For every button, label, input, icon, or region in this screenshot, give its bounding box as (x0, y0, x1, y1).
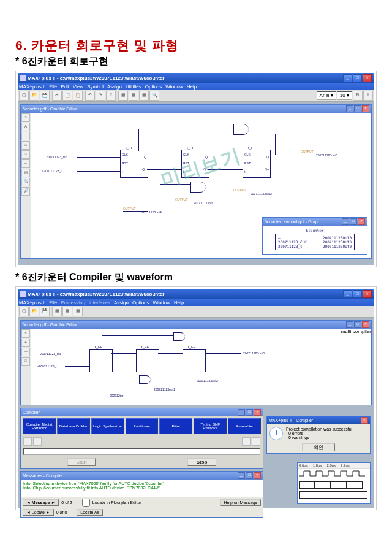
messages-close-button[interactable]: × (254, 472, 261, 479)
tool-redo-icon[interactable]: ↷ (96, 91, 105, 101)
menu-symbol[interactable]: Symbol (87, 84, 104, 90)
compiler-stages: Compiler Netlist Extractor Database Buil… (21, 416, 263, 436)
stage-fitter[interactable]: Fitter (159, 418, 192, 434)
locate-floorplan-check[interactable] (82, 499, 90, 507)
tool-paste-icon[interactable]: 📋 (73, 91, 83, 101)
messages-max-button[interactable]: □ (246, 472, 253, 479)
tool-a-icon[interactable]: ▦ (118, 91, 128, 101)
palette-grid-icon[interactable]: ⊞ (21, 169, 30, 177)
editor2-close-button[interactable]: × (362, 321, 369, 328)
menu-help[interactable]: Help (187, 84, 197, 90)
menu-edit[interactable]: Edit (61, 84, 69, 90)
editor2-max-button[interactable]: □ (354, 321, 361, 328)
compiler-close-button[interactable]: × (254, 409, 261, 416)
minimize-button-2[interactable]: _ (343, 290, 352, 298)
palette-zoomout-icon[interactable]: 🔎 (21, 187, 30, 196)
stage-timing[interactable]: Timing SNF Extractor (194, 418, 227, 434)
stage-logic[interactable]: Logic Synthesizer (91, 418, 124, 434)
tool-b-icon[interactable]: ▦ (129, 91, 138, 101)
editor-title: 6counter.gdf - Graphic Editor (23, 107, 78, 111)
tool-c-icon[interactable]: ▦ (139, 91, 149, 101)
menu2-help[interactable]: Help (174, 300, 184, 305)
menu-options[interactable]: Options (145, 84, 162, 90)
tool2-new-icon[interactable]: ▢ (19, 307, 29, 316)
menu2-assign[interactable]: Assign (114, 300, 129, 305)
close-button[interactable]: × (363, 74, 372, 82)
pal2-1-icon[interactable]: ↖ (21, 329, 30, 338)
symbol-close-button[interactable]: × (358, 218, 365, 225)
tool-zoom-icon[interactable]: 🔍 (149, 91, 159, 101)
compiler-min-button[interactable]: _ (238, 409, 245, 416)
palette-rect-icon[interactable]: □ (21, 141, 30, 150)
editor-max-button[interactable]: □ (354, 105, 361, 112)
symbol-max-button[interactable]: □ (350, 218, 357, 225)
pal2-3-icon[interactable]: — (21, 348, 30, 356)
tool2-a-icon[interactable]: ▦ (52, 307, 62, 316)
tool-help-icon[interactable]: ? (106, 91, 116, 101)
tool2-open-icon[interactable]: 📂 (29, 307, 39, 316)
tool-copy-icon[interactable]: 📋 (62, 91, 72, 101)
help-on-message-button[interactable]: Help on Message (221, 499, 261, 506)
symbol-min-button[interactable]: _ (342, 218, 349, 225)
editor-close-button[interactable]: × (362, 105, 369, 112)
palette-line-icon[interactable]: — (21, 132, 30, 140)
stage-database[interactable]: Database Builder (57, 418, 90, 434)
message-nav-button[interactable]: ◄ Message ► (23, 499, 59, 506)
maximize-button[interactable]: □ (353, 74, 362, 82)
menu-window[interactable]: Window (165, 84, 183, 90)
minimize-button[interactable]: _ (343, 74, 352, 82)
tool-cut-icon[interactable]: ✂ (52, 91, 62, 101)
app-title-2: MAX+plus II - c:\Wmaxplus2\W200711123\Wl… (28, 291, 164, 297)
tool-bold-icon[interactable]: B (353, 91, 363, 101)
pal2-2-icon[interactable]: A (21, 339, 30, 347)
menu-utilities[interactable]: Utilities (126, 84, 141, 90)
font-size-select[interactable]: 10 ▾ (337, 91, 352, 100)
menu2-maxplus[interactable]: MAX+plus II (19, 300, 45, 305)
close-button-2[interactable]: × (363, 290, 372, 298)
messages-toolbar: ◄ Message ► 0 of 2 Locate in Floorplan E… (21, 497, 263, 508)
locate-nav-button[interactable]: ◄ Locate ► (23, 509, 54, 516)
canvas-2[interactable]: 200711123_clk s200711123_t t_FF t_FF (31, 329, 341, 405)
tool-new-icon[interactable]: ▢ (19, 91, 29, 101)
locate-all-button[interactable]: Locate All (77, 509, 102, 516)
compiler-max-button[interactable]: □ (246, 409, 253, 416)
tool-save-icon[interactable]: 💾 (40, 91, 50, 101)
menu2-window[interactable]: Window (153, 300, 170, 305)
menu2-processing[interactable]: Processing (61, 300, 85, 305)
tool-undo-icon[interactable]: ↶ (85, 91, 95, 101)
menu-assign[interactable]: Assign (107, 84, 122, 90)
palette-text-icon[interactable]: A (21, 123, 30, 131)
editor-min-button[interactable]: _ (346, 105, 353, 112)
maximize-button-2[interactable]: □ (353, 290, 362, 298)
tool2-c-icon[interactable]: ▦ (73, 307, 83, 316)
editor2-min-button[interactable]: _ (346, 321, 353, 328)
tool2-b-icon[interactable]: ▦ (62, 307, 72, 316)
stage-partitioner[interactable]: Partitioner (126, 418, 159, 434)
menu2-options[interactable]: Options (132, 300, 149, 305)
palette-select-icon[interactable]: ↖ (21, 113, 30, 122)
menu-view[interactable]: View (73, 84, 83, 90)
menu-file[interactable]: File (49, 84, 57, 90)
schematic-canvas[interactable]: 200711123_clk s200711123_t t_FF CLK RST … (31, 113, 371, 258)
dialog-close-button[interactable]: × (361, 417, 368, 424)
tool-open-icon[interactable]: 📂 (29, 91, 39, 101)
compiler-start-button[interactable]: Start (67, 458, 96, 466)
messages-min-button[interactable]: _ (238, 472, 245, 479)
stage-netlist[interactable]: Compiler Netlist Extractor (23, 418, 56, 434)
menu2-interfaces[interactable]: Interfaces (89, 300, 110, 305)
palette-circle-icon[interactable]: ○ (21, 150, 30, 159)
menu-maxplus[interactable]: MAX+plus II (19, 84, 45, 90)
tool2-save-icon[interactable]: 💾 (40, 307, 50, 316)
palette-line2-icon[interactable]: ⌀ (21, 159, 30, 168)
tool-italic-icon[interactable]: I (363, 91, 373, 101)
waveform-body[interactable] (298, 469, 370, 498)
font-name-select[interactable]: Arial ▾ (317, 91, 336, 100)
pal2-4-icon[interactable]: □ (21, 357, 30, 366)
dialog-ok-button[interactable]: 확인 (302, 443, 335, 451)
ff2-1: t_FF (89, 349, 113, 372)
menu2-file[interactable]: File (49, 300, 57, 305)
message-line-2: Info: Chip '6counter' successfully fit i… (23, 486, 260, 490)
palette-zoomin-icon[interactable]: 🔍 (21, 178, 30, 186)
stage-assembler[interactable]: Assembler (228, 418, 261, 434)
compiler-stop-button[interactable]: Stop (187, 458, 217, 466)
